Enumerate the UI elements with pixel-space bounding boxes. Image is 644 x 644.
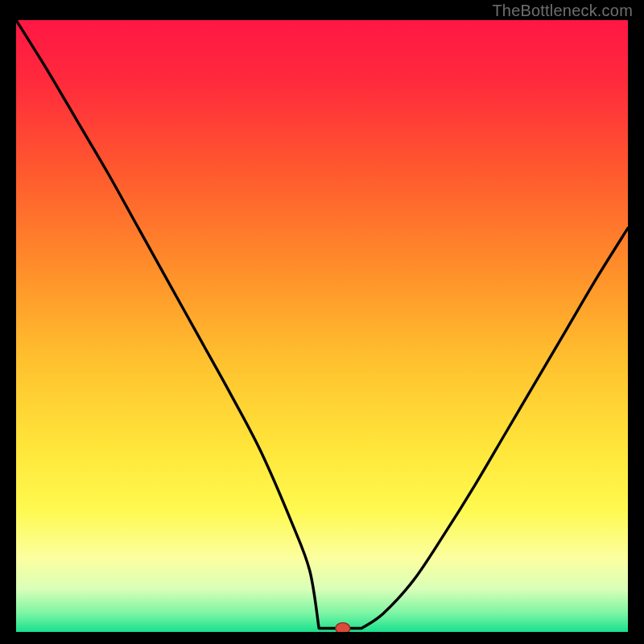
gradient-background xyxy=(16,20,628,632)
chart-frame xyxy=(8,20,636,640)
bottleneck-chart xyxy=(16,20,628,632)
optimum-marker xyxy=(336,623,350,632)
watermark-text: TheBottleneck.com xyxy=(492,2,633,20)
